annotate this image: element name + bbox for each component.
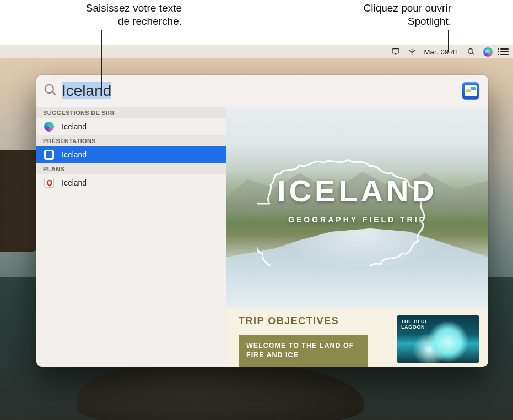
- callout-line1: Saisissez votre texte: [86, 2, 182, 14]
- siri-icon: [44, 122, 54, 132]
- svg-point-1: [412, 54, 413, 55]
- welcome-band: WELCOME TO THE LAND OF FIRE AND ICE: [239, 335, 368, 367]
- spotlight-preview-panel: ICELAND GEOGRAPHY FIELD TRIP TRIP OBJECT…: [226, 107, 488, 367]
- results-category-presentations: PRÉSENTATIONS: [36, 135, 226, 146]
- callout-leader-line-left: [101, 30, 102, 96]
- spotlight-icon[interactable]: [467, 47, 476, 56]
- notification-center-icon[interactable]: [500, 48, 509, 55]
- trip-objectives-heading: TRIP OBJECTIVES: [239, 315, 389, 327]
- spotlight-search-bar: Iceland: [36, 75, 488, 107]
- wifi-icon[interactable]: [408, 47, 417, 56]
- callout-line1: Cliquez pour ouvrir: [364, 2, 451, 14]
- svg-point-2: [468, 49, 473, 54]
- result-maps-iceland[interactable]: Iceland: [36, 174, 226, 191]
- airplay-icon[interactable]: [391, 47, 400, 56]
- siri-icon[interactable]: [483, 47, 493, 57]
- callout-leader-line-right: [448, 30, 449, 52]
- menu-bar: Mar. 09:41: [0, 45, 513, 58]
- spotlight-window: Iceland SUGGESTIONS DE SIRI Iceland PRÉS…: [36, 75, 488, 367]
- preview-slide-2: TRIP OBJECTIVES WELCOME TO THE LAND OF F…: [226, 308, 488, 367]
- preview-title: ICELAND: [226, 173, 488, 209]
- preview-slide-1-titles: ICELAND GEOGRAPHY FIELD TRIP: [226, 173, 488, 224]
- results-category-maps: PLANS: [36, 163, 226, 174]
- search-icon: [43, 83, 57, 99]
- callout-line2: Spotlight.: [408, 15, 451, 27]
- svg-point-3: [45, 85, 53, 93]
- result-label: Iceland: [62, 150, 87, 159]
- macos-desktop: Mar. 09:41 Iceland SUGGESTIONS D: [0, 45, 513, 420]
- callout-line2: de recherche.: [118, 15, 182, 27]
- maps-icon: [44, 178, 54, 188]
- top-hit-app-icon[interactable]: [462, 82, 479, 100]
- thumbnail-label: THE BLUE LAGOON: [401, 319, 429, 330]
- keynote-file-icon: [44, 150, 54, 160]
- preview-slide-1: ICELAND GEOGRAPHY FIELD TRIP: [226, 107, 488, 308]
- preview-subtitle: GEOGRAPHY FIELD TRIP: [226, 215, 488, 224]
- callout-open-spotlight: Cliquez pour ouvrir Spotlight.: [297, 2, 451, 28]
- spotlight-query-text: Iceland: [62, 82, 111, 99]
- spotlight-results-sidebar: SUGGESTIONS DE SIRI Iceland PRÉSENTATION…: [36, 107, 226, 367]
- result-siri-suggestion[interactable]: Iceland: [36, 118, 226, 135]
- blue-lagoon-thumbnail: THE BLUE LAGOON: [397, 315, 479, 363]
- result-label: Iceland: [62, 122, 87, 131]
- svg-rect-0: [392, 49, 399, 53]
- results-category-siri: SUGGESTIONS DE SIRI: [36, 107, 226, 118]
- callout-search-text: Saisissez votre texte de recherche.: [0, 2, 182, 28]
- menu-bar-clock[interactable]: Mar. 09:41: [424, 48, 459, 56]
- result-label: Iceland: [62, 178, 87, 187]
- preview-slide-2-left: TRIP OBJECTIVES WELCOME TO THE LAND OF F…: [239, 315, 389, 367]
- annotation-area: Saisissez votre texte de recherche. Cliq…: [0, 0, 513, 45]
- spotlight-body: SUGGESTIONS DE SIRI Iceland PRÉSENTATION…: [36, 107, 488, 367]
- result-presentation-iceland[interactable]: Iceland: [36, 146, 226, 163]
- spotlight-query-input[interactable]: Iceland: [62, 82, 111, 100]
